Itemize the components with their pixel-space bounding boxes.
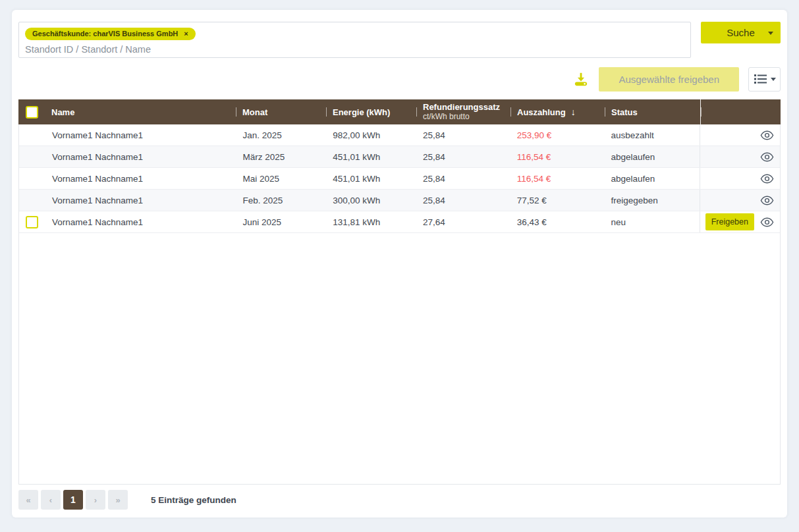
cell-actions: [700, 190, 780, 211]
cell-name: Vorname1 Nachname1: [45, 146, 236, 167]
cell-monat: März 2025: [236, 146, 326, 167]
cell-name: Vorname1 Nachname1: [45, 124, 236, 146]
download-icon[interactable]: [572, 70, 590, 88]
cell-actions: [700, 146, 780, 167]
table-row: Vorname1 Nachname1 Juni 2025 131,81 kWh …: [19, 211, 780, 233]
refund-title: Refundierungssatz: [423, 103, 500, 112]
chevron-down-icon: [768, 32, 773, 35]
refund-subtitle: ct/kWh brutto: [423, 112, 500, 121]
search-filter-box[interactable]: Geschäftskunde: charVIS Business GmbH ×: [18, 22, 691, 58]
release-selected-button[interactable]: Ausgewählte freigeben: [599, 67, 739, 92]
cell-refundierungssatz: 25,84: [416, 168, 510, 189]
column-header-energie[interactable]: Energie (kWh): [326, 99, 416, 124]
column-header-status[interactable]: Status: [605, 99, 700, 124]
table-empty-area: [19, 233, 780, 484]
cell-auszahlung: 116,54 €: [510, 146, 605, 167]
cell-refundierungssatz: 25,84: [416, 124, 510, 146]
eye-icon: [760, 217, 774, 227]
list-view-icon: [754, 72, 768, 86]
release-row-button[interactable]: Freigeben: [705, 213, 754, 230]
pagination-last-button[interactable]: »: [108, 490, 128, 510]
cell-name: Vorname1 Nachname1: [45, 168, 236, 189]
cell-refundierungssatz: 25,84: [416, 146, 510, 167]
column-header-auszahlung[interactable]: Auszahlung ↓: [510, 99, 605, 124]
sort-desc-icon: ↓: [571, 107, 576, 117]
cell-auszahlung: 116,54 €: [510, 168, 605, 189]
pagination-page-1-button[interactable]: 1: [63, 490, 83, 510]
search-row: Geschäftskunde: charVIS Business GmbH × …: [18, 22, 781, 58]
cell-energie: 451,01 kWh: [326, 168, 416, 189]
row-select-checkbox[interactable]: [26, 216, 38, 228]
pagination-first-button[interactable]: «: [18, 490, 38, 510]
cell-name: Vorname1 Nachname1: [45, 190, 236, 211]
results-count: 5 Einträge gefunden: [151, 495, 236, 505]
select-all-checkbox[interactable]: [26, 106, 38, 119]
row-checkbox-cell: [19, 124, 45, 146]
eye-icon: [760, 196, 774, 205]
header-checkbox-cell: [18, 99, 45, 124]
column-header-actions: [700, 99, 781, 124]
cell-monat: Juni 2025: [236, 211, 326, 232]
column-header-refundierungssatz[interactable]: Refundierungssatz ct/kWh brutto: [416, 99, 510, 124]
table-row: Vorname1 Nachname1 März 2025 451,01 kWh …: [19, 146, 780, 168]
cell-status: freigegeben: [604, 190, 700, 211]
cell-monat: Mai 2025: [236, 168, 326, 189]
cell-status: neu: [604, 211, 700, 232]
cell-actions: Freigeben: [700, 211, 780, 232]
cell-name: Vorname1 Nachname1: [45, 211, 236, 232]
cell-energie: 131,81 kWh: [326, 211, 416, 232]
eye-icon: [760, 152, 774, 162]
table-row: Vorname1 Nachname1 Mai 2025 451,01 kWh 2…: [19, 168, 780, 190]
cell-status: abgelaufen: [604, 146, 700, 167]
table-header: Name Monat Energie (kWh) Refundierungssa…: [18, 99, 781, 124]
filter-tag-close-icon[interactable]: ×: [184, 30, 188, 38]
cell-status: abgelaufen: [604, 168, 700, 189]
pagination-next-button[interactable]: ›: [86, 490, 105, 510]
eye-icon: [760, 174, 774, 184]
data-table: Name Monat Energie (kWh) Refundierungssa…: [18, 99, 781, 485]
cell-energie: 300,00 kWh: [326, 190, 416, 211]
row-checkbox-cell: [19, 190, 45, 211]
chevron-down-icon: [771, 78, 776, 81]
column-header-monat[interactable]: Monat: [236, 99, 326, 124]
view-details-button[interactable]: [760, 152, 774, 162]
content-card: Geschäftskunde: charVIS Business GmbH × …: [12, 10, 787, 518]
cell-auszahlung: 253,90 €: [510, 124, 605, 146]
cell-actions: [700, 168, 780, 189]
cell-refundierungssatz: 25,84: [416, 190, 510, 211]
eye-icon: [760, 130, 774, 140]
table-row: Vorname1 Nachname1 Feb. 2025 300,00 kWh …: [19, 190, 780, 211]
view-details-button[interactable]: [760, 217, 774, 227]
cell-refundierungssatz: 27,64: [416, 211, 510, 232]
row-checkbox-cell: [19, 146, 45, 167]
table-toolbar: Ausgewählte freigeben: [18, 66, 781, 92]
cell-monat: Feb. 2025: [236, 190, 326, 211]
filter-tag-geschaeftskunde: Geschäftskunde: charVIS Business GmbH ×: [25, 28, 196, 40]
filter-tag-label: Geschäftskunde: charVIS Business GmbH: [32, 30, 178, 38]
cell-auszahlung: 36,43 €: [510, 211, 605, 232]
cell-actions: [700, 124, 780, 146]
table-row: Vorname1 Nachname1 Jan. 2025 982,00 kWh …: [19, 124, 780, 146]
view-options-button[interactable]: [748, 67, 781, 92]
cell-auszahlung: 77,52 €: [510, 190, 605, 211]
view-details-button[interactable]: [760, 196, 774, 205]
view-details-button[interactable]: [760, 130, 774, 140]
column-header-name[interactable]: Name: [45, 99, 236, 124]
pagination-prev-button[interactable]: ‹: [41, 490, 61, 510]
search-button[interactable]: Suche: [701, 22, 781, 43]
cell-energie: 451,01 kWh: [326, 146, 416, 167]
pagination: « ‹ 1 › » 5 Einträge gefunden: [18, 490, 781, 510]
auszahlung-label: Auszahlung: [517, 107, 566, 117]
cell-energie: 982,00 kWh: [326, 124, 416, 146]
row-checkbox-cell: [19, 168, 45, 189]
search-input[interactable]: [25, 44, 651, 55]
cell-status: ausbezahlt: [604, 124, 700, 146]
view-details-button[interactable]: [760, 174, 774, 184]
row-checkbox-cell: [19, 211, 45, 232]
cell-monat: Jan. 2025: [236, 124, 326, 146]
search-button-label: Suche: [727, 27, 755, 38]
